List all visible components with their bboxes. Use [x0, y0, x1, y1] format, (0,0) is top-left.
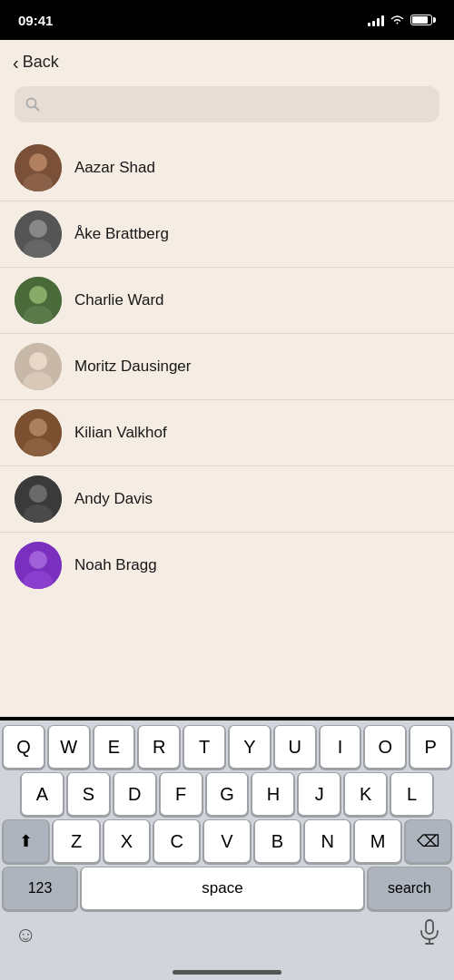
search-key[interactable]: search — [369, 867, 450, 909]
key-r[interactable]: R — [139, 726, 179, 768]
keyboard: Q W E R T Y U I O P A S D F G H J K L ⬆ … — [0, 720, 454, 980]
key-z[interactable]: Z — [54, 820, 98, 862]
contact-item-moritz[interactable]: Moritz Dausinger — [0, 334, 454, 400]
avatar-charlie — [15, 277, 62, 324]
space-key[interactable]: space — [82, 867, 363, 909]
svg-rect-23 — [426, 920, 433, 934]
contact-name-moritz: Moritz Dausinger — [74, 358, 192, 376]
svg-point-6 — [29, 220, 47, 238]
key-k[interactable]: K — [345, 773, 386, 815]
keyboard-bottom-row: 123 space search — [0, 862, 454, 913]
key-h[interactable]: H — [252, 773, 293, 815]
svg-point-15 — [29, 418, 47, 436]
signal-icon — [368, 14, 384, 26]
avatar-aazar — [15, 144, 62, 191]
shift-key[interactable]: ⬆ — [4, 820, 48, 862]
back-label: Back — [23, 53, 59, 72]
key-a[interactable]: A — [22, 773, 63, 815]
key-f[interactable]: F — [161, 773, 202, 815]
key-p[interactable]: P — [410, 726, 450, 768]
key-n[interactable]: N — [305, 820, 350, 862]
key-d[interactable]: D — [114, 773, 155, 815]
svg-line-1 — [35, 107, 39, 111]
key-x[interactable]: X — [104, 820, 149, 862]
search-bar-wrapper — [0, 81, 454, 135]
key-i[interactable]: I — [321, 726, 360, 768]
emoji-icon[interactable]: ☺ — [15, 922, 37, 947]
contact-item-kilian[interactable]: Kilian Valkhof — [0, 400, 454, 466]
key-e[interactable]: E — [94, 726, 134, 768]
contact-item-charlie[interactable]: Charlie Ward — [0, 268, 454, 334]
key-v[interactable]: V — [204, 820, 249, 862]
status-bar: 09:41 — [0, 0, 454, 40]
key-m[interactable]: M — [355, 820, 400, 862]
backspace-key[interactable]: ⌫ — [406, 820, 450, 862]
battery-icon — [410, 15, 436, 25]
key-q[interactable]: Q — [4, 726, 44, 768]
avatar-moritz — [15, 343, 62, 390]
key-c[interactable]: C — [154, 820, 199, 862]
avatar-andy — [15, 475, 62, 523]
contact-name-andy: Andy Davis — [74, 490, 153, 508]
contact-item-andy[interactable]: Andy Davis — [0, 466, 454, 533]
svg-point-21 — [29, 551, 47, 569]
status-icons — [368, 14, 436, 26]
search-icon — [25, 97, 40, 112]
back-chevron-icon: ‹ — [13, 54, 19, 72]
key-w[interactable]: W — [49, 726, 89, 768]
key-t[interactable]: T — [184, 726, 224, 768]
svg-point-9 — [29, 286, 47, 304]
wifi-icon — [390, 15, 405, 26]
key-o[interactable]: O — [365, 726, 405, 768]
key-j[interactable]: J — [299, 773, 340, 815]
key-b[interactable]: B — [255, 820, 300, 862]
avatar-noah — [15, 542, 62, 589]
home-indicator — [173, 970, 281, 975]
main-content: ‹ Back Aazar Shad — [0, 40, 454, 717]
keyboard-row-1: Q W E R T Y U I O P — [0, 720, 454, 768]
contact-item-aazar[interactable]: Aazar Shad — [0, 135, 454, 201]
status-time: 09:41 — [18, 13, 53, 28]
contact-name-noah: Noah Bragg — [74, 556, 157, 574]
back-navigation[interactable]: ‹ Back — [0, 40, 454, 81]
key-l[interactable]: L — [391, 773, 432, 815]
svg-point-12 — [29, 352, 47, 370]
svg-point-3 — [29, 153, 47, 172]
keyboard-extra-row: ☺ — [0, 913, 454, 953]
keyboard-row-2: A S D F G H J K L — [0, 768, 454, 815]
svg-point-18 — [29, 485, 47, 503]
key-y[interactable]: Y — [230, 726, 270, 768]
keyboard-row-3: ⬆ Z X C V B N M ⌫ — [0, 815, 454, 862]
contact-list: Aazar Shad Åke Brattberg Charlie War — [0, 135, 454, 598]
key-s[interactable]: S — [68, 773, 109, 815]
contact-item-ake[interactable]: Åke Brattberg — [0, 201, 454, 268]
contact-name-aazar: Aazar Shad — [74, 159, 155, 177]
avatar-ake — [15, 211, 62, 258]
contact-name-kilian: Kilian Valkhof — [74, 424, 167, 442]
key-g[interactable]: G — [207, 773, 248, 815]
mic-icon[interactable] — [419, 919, 439, 950]
key-u[interactable]: U — [275, 726, 315, 768]
avatar-kilian — [15, 409, 62, 456]
contact-name-charlie: Charlie Ward — [74, 291, 164, 309]
contact-item-noah[interactable]: Noah Bragg — [0, 533, 454, 598]
search-bar[interactable] — [15, 86, 439, 122]
num-key[interactable]: 123 — [4, 867, 76, 909]
contact-name-ake: Åke Brattberg — [74, 225, 169, 243]
